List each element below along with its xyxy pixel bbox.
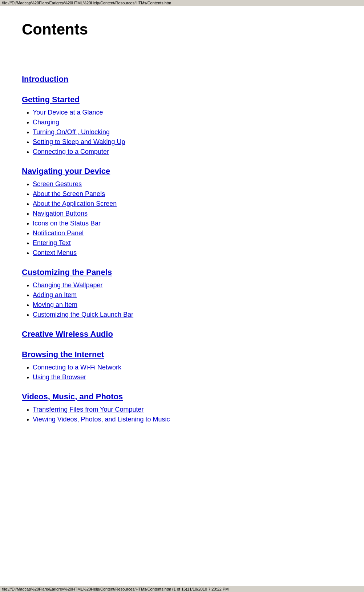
list-item-link[interactable]: Notification Panel — [33, 229, 84, 237]
list-item-link[interactable]: Setting to Sleep and Waking Up — [33, 138, 125, 145]
list-item-link[interactable]: Icons on the Status Bar — [33, 220, 101, 227]
list-item: Icons on the Status Bar — [33, 220, 342, 227]
list-item-link[interactable]: Connecting to a Computer — [33, 148, 109, 155]
section-browsing-the-internet: Browsing the Internet Connecting to a Wi… — [22, 350, 342, 381]
list-item: Customizing the Quick Launch Bar — [33, 311, 342, 319]
section-videos-music-photos: Videos, Music, and PhotosTransferring Fi… — [22, 392, 342, 423]
sections-container: IntroductionGetting StartedYour Device a… — [0, 75, 364, 441]
list-item: Changing the Wallpaper — [33, 281, 342, 289]
list-item-link[interactable]: About the Application Screen — [33, 200, 117, 207]
section-items-customizing-the-panels: Changing the Wallpaper Adding an Item Mo… — [33, 281, 342, 319]
address-bar: file:///D|/Madcap%20Flare/Earlgrey%20HTM… — [0, 0, 364, 6]
list-item: Connecting to a Wi-Fi Network — [33, 364, 342, 371]
list-item-link[interactable]: Connecting to a Wi-Fi Network — [33, 364, 121, 371]
section-introduction: Introduction — [22, 75, 342, 84]
list-item: Context Menus — [33, 249, 342, 257]
list-item-link[interactable]: Entering Text — [33, 239, 71, 247]
section-items-navigating-your-device: Screen GesturesAbout the Screen Panels A… — [33, 180, 342, 257]
list-item-link[interactable]: Using the Browser — [33, 373, 86, 381]
section-heading-customizing-the-panels[interactable]: Customizing the Panels — [22, 268, 342, 277]
list-item-link[interactable]: Context Menus — [33, 249, 77, 256]
list-item-link[interactable]: Transferring Files from Your Computer — [33, 406, 143, 413]
main-content: Contents — [0, 6, 364, 64]
list-item-link[interactable]: Charging — [33, 119, 59, 126]
section-heading-navigating-your-device[interactable]: Navigating your Device — [22, 167, 342, 176]
section-heading-getting-started[interactable]: Getting Started — [22, 95, 342, 104]
list-item: About the Application Screen — [33, 200, 342, 208]
section-creative-wireless-audio: Creative Wireless Audio — [22, 329, 342, 339]
list-item-link[interactable]: Customizing the Quick Launch Bar — [33, 311, 133, 318]
list-item: About the Screen Panels — [33, 190, 342, 198]
page-title: Contents — [22, 21, 342, 38]
status-text: file:///D|/Madcap%20Flare/Earlgrey%20HTM… — [2, 587, 228, 591]
list-item-link[interactable]: Turning On/Off , Unlocking — [33, 128, 110, 136]
list-item: Navigation Buttons — [33, 210, 342, 217]
list-item-link[interactable]: About the Screen Panels — [33, 190, 105, 197]
list-item: Adding an Item — [33, 291, 342, 299]
section-navigating-your-device: Navigating your DeviceScreen GesturesAbo… — [22, 167, 342, 257]
list-item-link[interactable]: Changing the Wallpaper — [33, 281, 102, 289]
list-item: Notification Panel — [33, 229, 342, 237]
section-heading-creative-wireless-audio[interactable]: Creative Wireless Audio — [22, 329, 342, 339]
list-item: Viewing Videos, Photos, and Listening to… — [33, 416, 342, 423]
url-text: file:///D|/Madcap%20Flare/Earlgrey%20HTM… — [2, 1, 171, 5]
status-bar: file:///D|/Madcap%20Flare/Earlgrey%20HTM… — [0, 586, 364, 592]
list-item-link[interactable]: Navigation Buttons — [33, 210, 88, 217]
list-item: Connecting to a Computer — [33, 148, 342, 156]
section-heading-introduction[interactable]: Introduction — [22, 75, 342, 84]
list-item-link[interactable]: Viewing Videos, Photos, and Listening to… — [33, 416, 170, 423]
list-item: Using the Browser — [33, 373, 342, 381]
list-item: Moving an Item — [33, 301, 342, 309]
section-heading-videos-music-photos[interactable]: Videos, Music, and Photos — [22, 392, 342, 401]
list-item: Turning On/Off , Unlocking — [33, 128, 342, 136]
list-item: Screen Gestures — [33, 180, 342, 188]
section-customizing-the-panels: Customizing the PanelsChanging the Wallp… — [22, 268, 342, 319]
section-getting-started: Getting StartedYour Device at a GlanceCh… — [22, 95, 342, 156]
list-item: Transferring Files from Your Computer — [33, 406, 342, 413]
list-item-link[interactable]: Moving an Item — [33, 301, 77, 308]
section-items-getting-started: Your Device at a GlanceCharging Turning … — [33, 109, 342, 156]
list-item: Your Device at a Glance — [33, 109, 342, 116]
list-item: Charging — [33, 119, 342, 126]
list-item-link[interactable]: Screen Gestures — [33, 180, 82, 188]
list-item: Setting to Sleep and Waking Up — [33, 138, 342, 146]
section-items-videos-music-photos: Transferring Files from Your ComputerVie… — [33, 406, 342, 423]
list-item-link[interactable]: Adding an Item — [33, 291, 77, 299]
section-heading-browsing-the-internet[interactable]: Browsing the Internet — [22, 350, 342, 359]
list-item-link[interactable]: Your Device at a Glance — [33, 109, 103, 116]
section-items-browsing-the-internet: Connecting to a Wi-Fi NetworkUsing the B… — [33, 364, 342, 381]
list-item: Entering Text — [33, 239, 342, 247]
